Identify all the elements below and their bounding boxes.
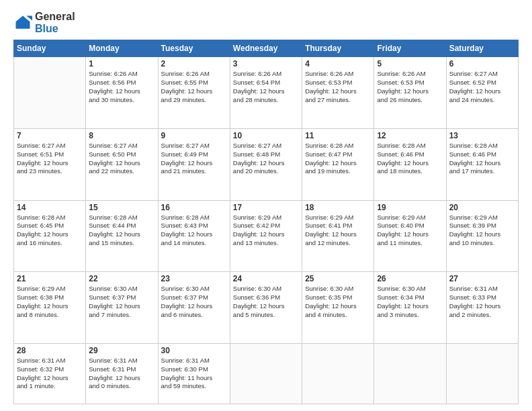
day-info: Sunrise: 6:31 AM Sunset: 6:31 PM Dayligh…	[89, 357, 154, 391]
day-info: Sunrise: 6:30 AM Sunset: 6:36 PM Dayligh…	[233, 285, 299, 319]
day-number: 20	[449, 203, 515, 212]
day-number: 19	[377, 203, 443, 212]
day-info: Sunrise: 6:30 AM Sunset: 6:35 PM Dayligh…	[305, 285, 371, 319]
day-number: 26	[377, 274, 443, 283]
calendar-cell: 29Sunrise: 6:31 AM Sunset: 6:31 PM Dayli…	[86, 343, 158, 404]
calendar-cell	[302, 343, 374, 404]
header: General Blue	[13, 11, 519, 34]
day-info: Sunrise: 6:29 AM Sunset: 6:38 PM Dayligh…	[17, 285, 83, 319]
day-info: Sunrise: 6:27 AM Sunset: 6:52 PM Dayligh…	[449, 70, 515, 104]
day-number: 10	[233, 131, 299, 140]
day-info: Sunrise: 6:26 AM Sunset: 6:54 PM Dayligh…	[233, 70, 299, 104]
day-info: Sunrise: 6:27 AM Sunset: 6:50 PM Dayligh…	[89, 142, 154, 176]
day-info: Sunrise: 6:29 AM Sunset: 6:41 PM Dayligh…	[305, 214, 371, 248]
day-info: Sunrise: 6:29 AM Sunset: 6:40 PM Dayligh…	[377, 214, 443, 248]
calendar-cell: 1Sunrise: 6:26 AM Sunset: 6:56 PM Daylig…	[86, 57, 158, 129]
day-number: 8	[89, 131, 154, 140]
calendar-cell	[446, 343, 518, 404]
calendar-cell: 17Sunrise: 6:29 AM Sunset: 6:42 PM Dayli…	[230, 200, 302, 272]
calendar-cell: 8Sunrise: 6:27 AM Sunset: 6:50 PM Daylig…	[86, 128, 158, 200]
day-info: Sunrise: 6:28 AM Sunset: 6:45 PM Dayligh…	[17, 214, 83, 248]
page: General Blue SundayMondayTuesdayWednesda…	[0, 0, 532, 411]
calendar-cell: 14Sunrise: 6:28 AM Sunset: 6:45 PM Dayli…	[14, 200, 86, 272]
day-info: Sunrise: 6:31 AM Sunset: 6:30 PM Dayligh…	[161, 357, 227, 391]
day-number: 22	[89, 274, 154, 283]
calendar-cell: 26Sunrise: 6:30 AM Sunset: 6:34 PM Dayli…	[374, 272, 446, 344]
day-info: Sunrise: 6:30 AM Sunset: 6:34 PM Dayligh…	[377, 285, 443, 319]
day-info: Sunrise: 6:31 AM Sunset: 6:33 PM Dayligh…	[449, 285, 515, 319]
logo: General Blue	[13, 11, 75, 34]
day-number: 15	[89, 203, 154, 212]
day-info: Sunrise: 6:28 AM Sunset: 6:44 PM Dayligh…	[89, 214, 154, 248]
logo-icon	[13, 13, 32, 32]
calendar-cell: 20Sunrise: 6:29 AM Sunset: 6:39 PM Dayli…	[446, 200, 518, 272]
calendar-cell: 2Sunrise: 6:26 AM Sunset: 6:55 PM Daylig…	[158, 57, 230, 129]
calendar-cell: 24Sunrise: 6:30 AM Sunset: 6:36 PM Dayli…	[230, 272, 302, 344]
logo-text: General Blue	[35, 11, 75, 34]
calendar-table: SundayMondayTuesdayWednesdayThursdayFrid…	[13, 40, 519, 404]
weekday-header: Friday	[374, 40, 446, 57]
day-number: 4	[305, 59, 371, 68]
day-number: 11	[305, 131, 371, 140]
calendar-cell: 22Sunrise: 6:30 AM Sunset: 6:37 PM Dayli…	[86, 272, 158, 344]
calendar-cell: 9Sunrise: 6:27 AM Sunset: 6:49 PM Daylig…	[158, 128, 230, 200]
day-number: 24	[233, 274, 299, 283]
weekday-header: Sunday	[14, 40, 86, 57]
weekday-header: Wednesday	[230, 40, 302, 57]
weekday-header: Tuesday	[158, 40, 230, 57]
calendar-cell: 23Sunrise: 6:30 AM Sunset: 6:37 PM Dayli…	[158, 272, 230, 344]
day-number: 2	[161, 59, 227, 68]
day-number: 16	[161, 203, 227, 212]
calendar-cell: 5Sunrise: 6:26 AM Sunset: 6:53 PM Daylig…	[374, 57, 446, 129]
day-number: 30	[161, 346, 227, 355]
day-number: 12	[377, 131, 443, 140]
calendar-cell: 18Sunrise: 6:29 AM Sunset: 6:41 PM Dayli…	[302, 200, 374, 272]
logo-general: General	[35, 11, 75, 22]
calendar-cell: 10Sunrise: 6:27 AM Sunset: 6:48 PM Dayli…	[230, 128, 302, 200]
calendar-cell: 12Sunrise: 6:28 AM Sunset: 6:46 PM Dayli…	[374, 128, 446, 200]
day-number: 9	[161, 131, 227, 140]
day-number: 3	[233, 59, 299, 68]
calendar-cell: 28Sunrise: 6:31 AM Sunset: 6:32 PM Dayli…	[14, 343, 86, 404]
calendar-cell: 16Sunrise: 6:28 AM Sunset: 6:43 PM Dayli…	[158, 200, 230, 272]
day-number: 28	[17, 346, 83, 355]
calendar-cell	[14, 57, 86, 129]
logo-blue: Blue	[35, 23, 58, 34]
calendar-cell: 4Sunrise: 6:26 AM Sunset: 6:53 PM Daylig…	[302, 57, 374, 129]
calendar-cell: 7Sunrise: 6:27 AM Sunset: 6:51 PM Daylig…	[14, 128, 86, 200]
calendar-cell: 27Sunrise: 6:31 AM Sunset: 6:33 PM Dayli…	[446, 272, 518, 344]
day-info: Sunrise: 6:30 AM Sunset: 6:37 PM Dayligh…	[161, 285, 227, 319]
day-info: Sunrise: 6:27 AM Sunset: 6:48 PM Dayligh…	[233, 142, 299, 176]
day-number: 7	[17, 131, 83, 140]
day-info: Sunrise: 6:29 AM Sunset: 6:42 PM Dayligh…	[233, 214, 299, 248]
day-info: Sunrise: 6:29 AM Sunset: 6:39 PM Dayligh…	[449, 214, 515, 248]
calendar-cell	[230, 343, 302, 404]
day-number: 6	[449, 59, 515, 68]
day-info: Sunrise: 6:30 AM Sunset: 6:37 PM Dayligh…	[89, 285, 154, 319]
day-number: 14	[17, 203, 83, 212]
day-info: Sunrise: 6:26 AM Sunset: 6:53 PM Dayligh…	[377, 70, 443, 104]
calendar-cell: 13Sunrise: 6:28 AM Sunset: 6:46 PM Dayli…	[446, 128, 518, 200]
day-number: 23	[161, 274, 227, 283]
weekday-header: Monday	[86, 40, 158, 57]
day-info: Sunrise: 6:28 AM Sunset: 6:47 PM Dayligh…	[305, 142, 371, 176]
weekday-header: Saturday	[446, 40, 518, 57]
day-info: Sunrise: 6:26 AM Sunset: 6:53 PM Dayligh…	[305, 70, 371, 104]
day-number: 27	[449, 274, 515, 283]
calendar-cell: 3Sunrise: 6:26 AM Sunset: 6:54 PM Daylig…	[230, 57, 302, 129]
day-info: Sunrise: 6:26 AM Sunset: 6:55 PM Dayligh…	[161, 70, 227, 104]
calendar-cell: 11Sunrise: 6:28 AM Sunset: 6:47 PM Dayli…	[302, 128, 374, 200]
calendar-cell: 21Sunrise: 6:29 AM Sunset: 6:38 PM Dayli…	[14, 272, 86, 344]
day-info: Sunrise: 6:26 AM Sunset: 6:56 PM Dayligh…	[89, 70, 154, 104]
day-info: Sunrise: 6:31 AM Sunset: 6:32 PM Dayligh…	[17, 357, 83, 391]
weekday-header: Thursday	[302, 40, 374, 57]
day-info: Sunrise: 6:27 AM Sunset: 6:49 PM Dayligh…	[161, 142, 227, 176]
day-number: 18	[305, 203, 371, 212]
calendar-cell: 15Sunrise: 6:28 AM Sunset: 6:44 PM Dayli…	[86, 200, 158, 272]
day-info: Sunrise: 6:28 AM Sunset: 6:46 PM Dayligh…	[449, 142, 515, 176]
calendar-cell	[374, 343, 446, 404]
calendar-cell: 30Sunrise: 6:31 AM Sunset: 6:30 PM Dayli…	[158, 343, 230, 404]
day-number: 29	[89, 346, 154, 355]
calendar-cell: 25Sunrise: 6:30 AM Sunset: 6:35 PM Dayli…	[302, 272, 374, 344]
day-info: Sunrise: 6:28 AM Sunset: 6:46 PM Dayligh…	[377, 142, 443, 176]
